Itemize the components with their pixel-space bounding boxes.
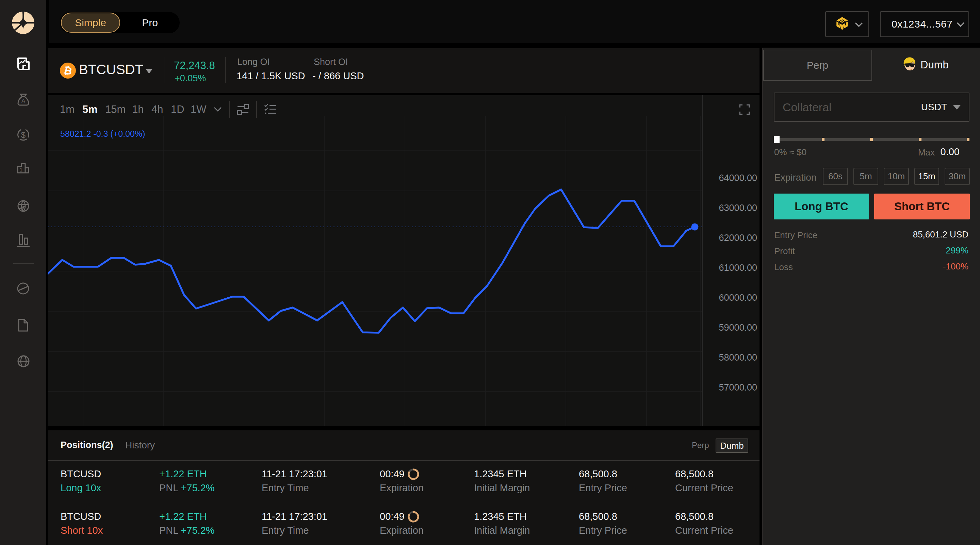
svg-text:1: 1 xyxy=(20,167,22,173)
svg-text:A: A xyxy=(21,98,25,104)
svg-text:$: $ xyxy=(21,130,25,140)
svg-text:60000.00: 60000.00 xyxy=(719,292,757,303)
svg-text:57000.00: 57000.00 xyxy=(719,382,757,392)
svg-text:64000.00: 64000.00 xyxy=(719,173,757,183)
svg-text:58000.00: 58000.00 xyxy=(719,353,757,363)
svg-text:63000.00: 63000.00 xyxy=(719,203,757,213)
svg-text:61000.00: 61000.00 xyxy=(719,263,757,273)
svg-text:62000.00: 62000.00 xyxy=(719,233,757,243)
svg-text:59000.00: 59000.00 xyxy=(719,323,757,333)
